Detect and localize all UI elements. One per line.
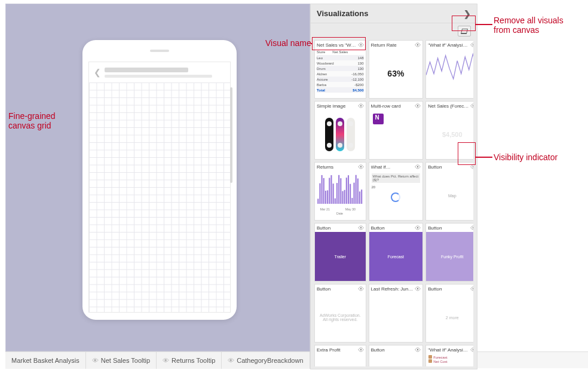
remove-all-visuals-button[interactable] [458,26,471,36]
svg-rect-22 [346,178,347,204]
visualizations-grid: Net Sales vs "W…StoreNet SalesLeo148Wood… [314,40,473,366]
toolbar-row [311,23,477,39]
legend: ForecastNet Cost [426,354,473,365]
page-tab-label: Net Sales Tooltip [101,352,150,369]
svg-point-4 [417,105,419,107]
tile-header: "What If" Analysi… [426,346,473,354]
visibility-indicator-icon[interactable] [358,225,364,230]
visualization-tile[interactable]: ButtonForecast [369,223,424,282]
back-chevron-icon[interactable]: ❮ [94,68,101,77]
visualization-tile[interactable]: "What If" Analysi…ForecastNet Cost [425,345,473,366]
tile-header: Button [426,224,473,232]
tile-header: Simple image [315,102,366,110]
visibility-indicator-icon[interactable] [470,103,473,108]
svg-rect-23 [348,175,349,204]
tile-header: Button [426,285,473,293]
collapse-chevron-icon[interactable]: ❯ [464,9,471,19]
visualization-tile[interactable]: Simple image [314,101,366,160]
svg-point-37 [417,227,419,229]
visibility-indicator-icon[interactable] [415,42,421,47]
eye-icon: 👁 [163,352,169,369]
visibility-indicator-icon[interactable] [470,225,473,230]
svg-rect-16 [335,198,336,204]
phone-scrollbar[interactable] [230,87,232,183]
tile-title: Extra Profit [317,347,341,353]
visibility-indicator-icon[interactable] [470,347,473,352]
page-tab-label: Market Basket Analysis [11,352,79,369]
visibility-indicator-icon[interactable] [358,164,364,169]
svg-point-43 [417,349,419,351]
visibility-indicator-icon[interactable] [470,42,473,47]
visualization-tile[interactable]: Button2 more [425,284,473,343]
visualization-tile[interactable]: Last Refresh: Jun… [369,284,424,343]
visibility-indicator-icon[interactable] [358,286,364,291]
tile-header: Button [369,346,423,354]
phone-screen[interactable]: ❮ [88,62,231,313]
svg-rect-12 [327,190,328,204]
tile-header: Return Rate [369,41,423,49]
map-placeholder: Map [426,171,473,220]
svg-rect-29 [359,191,360,204]
visibility-indicator-icon[interactable] [415,347,421,352]
visualization-tile[interactable]: Extra Profit$5,500 [314,345,366,366]
page-tab-label: Returns Tooltip [172,352,215,369]
page-tab[interactable]: 👁CathegoryBreackdown [222,352,310,369]
svg-point-35 [473,166,473,168]
visibility-indicator-icon[interactable] [415,225,421,230]
visibility-indicator-icon[interactable] [415,286,421,291]
tile-title: Button [317,286,330,292]
visibility-indicator-icon[interactable] [358,103,364,108]
svg-point-5 [473,105,473,107]
svg-point-34 [417,166,419,168]
visibility-indicator-icon[interactable] [358,42,364,47]
svg-rect-15 [333,184,334,204]
visualization-tile[interactable]: ReturnsMar 21May 30Date [314,162,366,221]
svg-rect-10 [323,178,324,204]
eye-icon: 👁 [92,352,99,369]
visibility-indicator-icon[interactable] [415,103,421,108]
page-tab[interactable]: 👁Returns Tooltip [157,352,222,369]
tile-header: Extra Profit [315,346,366,354]
tile-title: Simple image [317,103,345,109]
visualization-tile[interactable]: ButtonFunky Profit [425,223,473,282]
page-tab[interactable]: 👁Net Sales Tooltip [86,352,157,369]
canvas-grid[interactable] [89,82,230,312]
svg-point-44 [473,349,473,351]
tile-title: Button [371,225,385,231]
visibility-indicator-icon[interactable] [415,164,421,169]
tile-title: What if… [371,164,391,170]
visualization-tile[interactable]: Multi-row card [369,101,424,160]
visibility-indicator-icon[interactable] [470,164,473,169]
svg-point-40 [417,288,419,290]
report-page-tabs: Market Basket Analysis👁Net Sales Tooltip… [5,351,588,368]
visualization-tile[interactable]: Return Rate63% [369,40,424,99]
visualization-tile[interactable]: ButtonTrailer [314,223,366,282]
whatif-content: What does Pct. Return affect ($)?20 [369,171,423,204]
visualization-tile[interactable]: What if…What does Pct. Return affect ($)… [369,162,424,221]
visualization-tile[interactable]: ButtonAdWorks Corporation. All rights re… [314,284,366,343]
visualization-tile[interactable]: ButtonMap [425,162,473,221]
visualization-tile[interactable]: Net Sales vs "W…StoreNet SalesLeo148Wood… [314,40,366,99]
visibility-indicator-icon[interactable] [358,347,364,352]
svg-rect-18 [338,175,339,204]
tile-title: Button [371,347,385,353]
tile-header: "What if" Analysi… [426,41,473,49]
faded-number: $4,500 [426,110,473,159]
eraser-icon [461,29,468,34]
onenote-icon [373,114,384,124]
svg-point-0 [360,44,362,46]
visibility-indicator-icon[interactable] [470,286,473,291]
annotation-visibility: Visibility indicator [494,152,558,162]
tile-title: "What if" Analysi… [428,42,467,48]
visualization-tile[interactable]: "What if" Analysi… [425,40,473,99]
svg-point-1 [417,44,419,46]
page-tab[interactable]: Market Basket Analysis [5,352,86,369]
visualization-tile[interactable]: ButtonProfit Insight [369,345,424,366]
visualization-tile[interactable]: Net Sales (Forec…$4,500 [425,101,473,160]
annotation-remove: Remove all visuals from canvas [494,16,564,35]
svg-point-39 [360,288,362,290]
svg-rect-7 [317,198,318,203]
eye-icon: 👁 [228,352,234,369]
svg-rect-26 [353,183,354,204]
tile-title: "What If" Analysi… [428,347,468,353]
